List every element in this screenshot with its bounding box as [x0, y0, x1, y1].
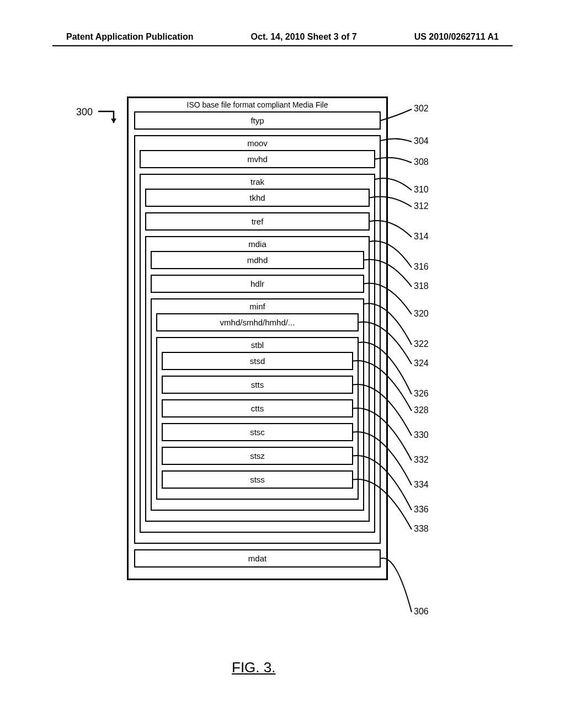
- box-moov: moov mvhd trak tkhd tref mdia mdhd hdlr …: [134, 135, 381, 544]
- ref-label-322: 322: [414, 339, 429, 349]
- box-stsc: stsc: [162, 423, 353, 441]
- box-stsz: stsz: [162, 447, 353, 465]
- ref-label-330: 330: [414, 430, 429, 440]
- box-tref: tref: [145, 212, 370, 231]
- ref-label-320: 320: [414, 309, 429, 319]
- box-hdlr: hdlr: [151, 275, 364, 293]
- iso-file-box: ISO base file format compliant Media Fil…: [127, 97, 388, 580]
- ref-label-306: 306: [414, 607, 429, 617]
- label-stbl: stbl: [162, 340, 353, 350]
- box-minf: minf vmhd/smhd/hmhd/... stbl stsd stts c…: [151, 298, 364, 511]
- box-tkhd: tkhd: [145, 189, 370, 207]
- box-stbl: stbl stsd stts ctts stsc stsz stss: [156, 337, 359, 500]
- label-moov: moov: [140, 138, 375, 148]
- ref-label-318: 318: [414, 281, 429, 291]
- ref-label-308: 308: [414, 157, 429, 167]
- ref-label-334: 334: [414, 480, 429, 490]
- header-rule: [52, 45, 513, 46]
- ref-label-328: 328: [414, 405, 429, 415]
- box-mdat: mdat: [134, 549, 381, 568]
- box-mvhd: mvhd: [140, 150, 375, 168]
- iso-file-title: ISO base file format compliant Media Fil…: [134, 100, 381, 109]
- box-vmhd: vmhd/smhd/hmhd/...: [156, 313, 359, 331]
- page-header: Patent Application Publication Oct. 14, …: [0, 32, 565, 42]
- ref-label-304: 304: [414, 136, 429, 146]
- pointer-300-icon: [98, 109, 126, 129]
- ref-label-316: 316: [414, 262, 429, 272]
- figure-caption: FIG. 3.: [232, 659, 275, 676]
- box-stsd: stsd: [162, 352, 353, 370]
- box-trak: trak tkhd tref mdia mdhd hdlr minf vmhd/…: [140, 174, 375, 533]
- header-right: US 2010/0262711 A1: [414, 32, 499, 42]
- header-center: Oct. 14, 2010 Sheet 3 of 7: [251, 32, 357, 42]
- ref-label-310: 310: [414, 185, 429, 195]
- ref-label-332: 332: [414, 455, 429, 465]
- box-ctts: ctts: [162, 399, 353, 417]
- ref-label-336: 336: [414, 505, 429, 515]
- ref-label-338: 338: [414, 524, 429, 534]
- box-mdhd: mdhd: [151, 251, 364, 269]
- box-ftyp: ftyp: [134, 111, 381, 130]
- box-stts: stts: [162, 376, 353, 394]
- ref-label-324: 324: [414, 358, 429, 368]
- header-left: Patent Application Publication: [66, 32, 194, 42]
- box-mdia: mdia mdhd hdlr minf vmhd/smhd/hmhd/... s…: [145, 236, 370, 522]
- label-minf: minf: [156, 302, 359, 311]
- label-mdia: mdia: [151, 239, 364, 249]
- ref-label-326: 326: [414, 389, 429, 399]
- label-trak: trak: [145, 177, 370, 186]
- ref-label-314: 314: [414, 232, 429, 242]
- box-stss: stss: [162, 470, 353, 489]
- ref-label-300: 300: [76, 106, 93, 118]
- ref-label-312: 312: [414, 201, 429, 211]
- ref-label-302: 302: [414, 104, 429, 114]
